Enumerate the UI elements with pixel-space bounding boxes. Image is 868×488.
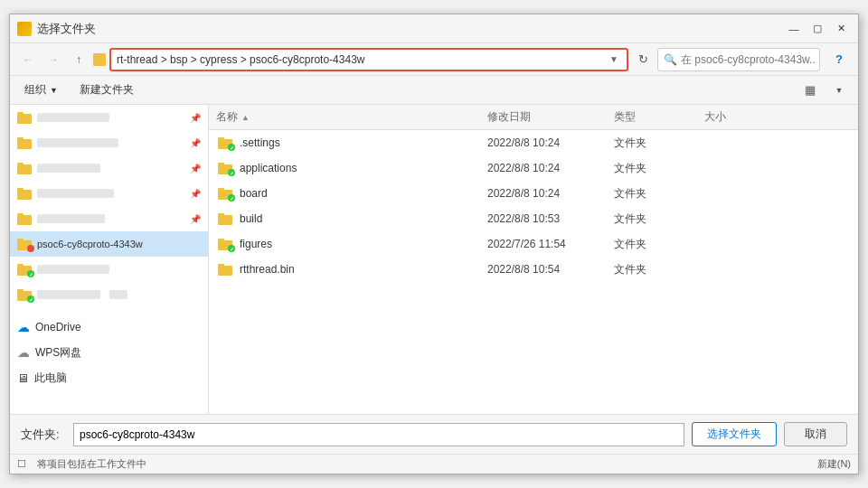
- status-text: 将项目包括在工作文件中: [37, 457, 146, 471]
- file-type-settings: 文件夹: [614, 136, 704, 151]
- file-name-settings: .settings: [234, 136, 487, 149]
- sidebar-item-8-label2: [109, 290, 127, 299]
- file-row-build[interactable]: build 2022/8/8 10:53 文件夹: [209, 206, 858, 231]
- folder-label: 文件夹:: [21, 427, 66, 443]
- sidebar-group-thispc[interactable]: 🖥 此电脑: [10, 365, 208, 390]
- svg-rect-6: [17, 190, 32, 200]
- new-folder-button[interactable]: 新建文件夹: [72, 80, 141, 100]
- search-box[interactable]: 🔍: [657, 48, 820, 71]
- address-text: rt-thread > bsp > cypress > psoc6-cy8cpr…: [117, 53, 603, 66]
- pin-icon-5: 📌: [190, 214, 201, 224]
- sidebar-item-1-label: [37, 113, 109, 122]
- address-dropdown-icon[interactable]: ▼: [607, 52, 621, 67]
- file-row-rtthread[interactable]: rtthread.bin 2022/8/8 10:54 文件夹: [209, 257, 858, 282]
- svg-rect-21: [218, 188, 224, 191]
- up-button[interactable]: ↑: [68, 49, 90, 70]
- folder-green-icon-8: ✓: [17, 288, 32, 301]
- file-date-figures: 2022/7/26 11:54: [487, 238, 614, 250]
- svg-rect-2: [17, 139, 32, 149]
- addressbar-area: ← → ↑ rt-thread > bsp > cypress > psoc6-…: [10, 43, 858, 76]
- sidebar-group-onedrive[interactable]: ☁ OneDrive: [10, 314, 208, 340]
- svg-rect-0: [17, 114, 32, 124]
- onedrive-label: OneDrive: [35, 321, 81, 333]
- select-folder-button[interactable]: 选择文件夹: [692, 422, 777, 446]
- cancel-button[interactable]: 取消: [784, 422, 847, 446]
- path-folder-icon: [93, 53, 106, 66]
- file-date-board: 2022/8/8 10:24: [487, 187, 614, 200]
- sidebar-item-7-label: [37, 265, 109, 274]
- pin-icon-1: 📌: [190, 113, 201, 123]
- col-date-header[interactable]: 修改日期: [487, 109, 614, 125]
- folder-input[interactable]: [73, 423, 684, 446]
- file-name-board: board: [234, 187, 487, 200]
- cloud-icon-wps: ☁: [17, 345, 30, 360]
- svg-rect-13: [17, 264, 24, 267]
- selected-folder-icon: [17, 238, 32, 250]
- status-checkbox[interactable]: ☐: [17, 458, 26, 470]
- sidebar-item-5-label: [37, 214, 105, 223]
- dialog-window: 选择文件夹 — ▢ ✕ ← → ↑ rt-thread > bsp > cypr…: [9, 14, 859, 474]
- col-name-label: 名称: [216, 109, 238, 125]
- col-type-header[interactable]: 类型: [614, 109, 704, 125]
- file-row-figures[interactable]: ✓ figures 2022/7/26 11:54 文件夹: [209, 231, 858, 257]
- thispc-label: 此电脑: [34, 371, 67, 386]
- file-type-figures: 文件夹: [614, 237, 704, 252]
- svg-rect-8: [17, 215, 32, 225]
- organize-button[interactable]: 组织 ▼: [17, 80, 65, 100]
- search-input[interactable]: [681, 53, 816, 66]
- sidebar-item-7[interactable]: ✓: [10, 257, 208, 282]
- column-header: 名称 ▲ 修改日期 类型 大小: [209, 105, 858, 130]
- file-row-applications[interactable]: ✓ applications 2022/8/8 10:24 文件夹: [209, 155, 858, 181]
- sidebar-item-4[interactable]: 📌: [10, 181, 208, 206]
- col-size-header[interactable]: 大小: [704, 109, 777, 125]
- sidebar-group-wps[interactable]: ☁ WPS网盘: [10, 340, 208, 365]
- svg-rect-19: [218, 163, 224, 165]
- view-toggle-button[interactable]: ▦: [798, 80, 822, 100]
- help-button[interactable]: ?: [827, 50, 851, 70]
- new-label[interactable]: 新建(N): [817, 457, 851, 471]
- file-name-applications: applications: [234, 162, 487, 174]
- folder-icon: [17, 136, 32, 149]
- folder-green-icon-7: ✓: [17, 263, 32, 276]
- col-date-label: 修改日期: [487, 110, 531, 123]
- file-icon-board: ✓: [216, 187, 234, 200]
- folder-icon: [17, 111, 32, 124]
- footer: 文件夹: 选择文件夹 取消: [10, 414, 858, 454]
- file-row-settings[interactable]: ✓ .settings 2022/8/8 10:24 文件夹: [209, 130, 858, 155]
- file-type-build: 文件夹: [614, 211, 704, 227]
- sidebar-item-5[interactable]: 📌: [10, 206, 208, 231]
- folder-icon: [17, 212, 32, 225]
- file-row-board[interactable]: ✓ board 2022/8/8 10:24 文件夹: [209, 181, 858, 206]
- back-button[interactable]: ←: [17, 49, 39, 70]
- sidebar-item-8-label: [37, 290, 100, 299]
- sort-arrow: ▲: [241, 113, 250, 122]
- sidebar-item-1[interactable]: 📌: [10, 105, 208, 130]
- sidebar-item-3[interactable]: 📌: [10, 155, 208, 181]
- file-date-settings: 2022/8/8 10:24: [487, 136, 614, 149]
- maximize-button[interactable]: ▢: [807, 19, 827, 39]
- sidebar: 📌 📌 📌 📌 📌: [10, 105, 209, 414]
- col-name-header[interactable]: 名称 ▲: [216, 109, 487, 125]
- svg-rect-27: [218, 264, 224, 267]
- dialog-title: 选择文件夹: [37, 21, 778, 37]
- svg-rect-7: [17, 188, 24, 191]
- main-area: 📌 📌 📌 📌 📌: [10, 105, 858, 414]
- status-bar: ☐ 将项目包括在工作文件中 新建(N): [10, 454, 858, 474]
- sidebar-item-8[interactable]: ✓: [10, 282, 208, 307]
- minimize-button[interactable]: —: [784, 19, 804, 39]
- sidebar-item-selected[interactable]: psoc6-cy8cproto-4343w: [10, 231, 208, 257]
- svg-rect-4: [17, 164, 32, 174]
- view-dropdown-icon[interactable]: ▼: [827, 80, 851, 100]
- sidebar-item-3-label: [37, 164, 100, 173]
- file-date-build: 2022/8/8 10:53: [487, 212, 614, 225]
- forward-button[interactable]: →: [42, 49, 64, 70]
- address-bar[interactable]: rt-thread > bsp > cypress > psoc6-cy8cpr…: [109, 48, 628, 71]
- pin-icon-2: 📌: [190, 138, 201, 148]
- refresh-button[interactable]: ↻: [632, 49, 654, 70]
- sidebar-selected-label: psoc6-cy8cproto-4343w: [37, 239, 143, 249]
- svg-rect-1: [17, 112, 24, 115]
- toolbar-right: ▦ ▼: [798, 80, 851, 100]
- sidebar-item-2[interactable]: 📌: [10, 130, 208, 155]
- close-button[interactable]: ✕: [831, 19, 851, 39]
- file-name-build: build: [234, 212, 487, 225]
